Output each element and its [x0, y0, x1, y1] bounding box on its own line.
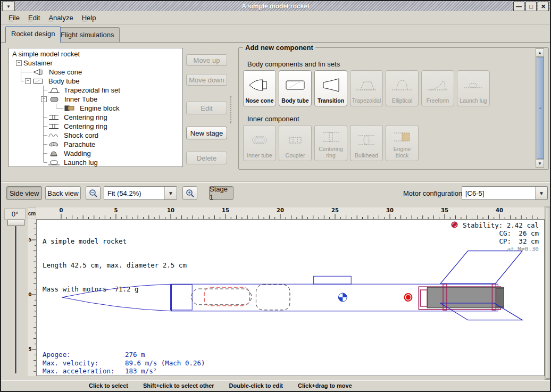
rocket-canvas[interactable]: A simple model rocket Length 42.5 cm, ma…	[36, 219, 545, 376]
rotation-slider-handle[interactable]	[7, 220, 24, 226]
zoom-select[interactable]: Fit (54.2%) ▼	[104, 186, 177, 200]
component-panel-scrollbar[interactable]: ▲ ≡ ▼	[536, 48, 544, 168]
motor-configuration-select[interactable]: [C6-5] ▼	[462, 186, 548, 200]
status-bar: Click to select Shift+click to select ot…	[1, 380, 550, 391]
tree-collapse-toggle[interactable]: −	[16, 60, 22, 66]
nose-cone-icon	[244, 73, 275, 97]
svg-text:10: 10	[167, 207, 174, 213]
motor-nozzle	[496, 288, 504, 307]
add-bulkhead-button[interactable]: Bulkhead	[350, 125, 383, 161]
bulkhead-icon	[351, 128, 382, 152]
edit-button[interactable]: Edit	[186, 102, 227, 114]
svg-text:30: 30	[386, 207, 394, 213]
menu-edit[interactable]: Edit	[24, 12, 44, 23]
scrollbar-thumb[interactable]: ≡	[537, 57, 544, 159]
delete-button[interactable]: Delete	[186, 152, 227, 164]
move-down-button[interactable]: Move down	[186, 74, 227, 86]
tree-item-sustainer[interactable]: − Sustainer	[16, 59, 182, 68]
tab-underline	[1, 42, 550, 43]
add-transition-button[interactable]: Transition	[314, 70, 347, 106]
parachute-icon	[48, 141, 61, 148]
add-component-title: Add new component	[243, 44, 315, 52]
centering-ring-icon	[315, 128, 346, 146]
add-elliptical-fin-button[interactable]: Elliptical	[386, 70, 419, 106]
close-button[interactable]: ✕	[538, 2, 549, 11]
tab-flight-simulations[interactable]: Flight simulations	[55, 27, 120, 43]
tree-item-trapezoidal-fin-set[interactable]: Trapezoidal fin set	[44, 86, 182, 95]
parachute-outline	[204, 287, 249, 306]
chevron-down-icon[interactable]: ▼	[535, 187, 547, 199]
add-centering-ring-button[interactable]: Centering ring	[314, 125, 347, 161]
add-launch-lug-button[interactable]: Launch lug	[457, 70, 490, 106]
maximize-button[interactable]: □	[525, 2, 537, 11]
body-components-label: Body components and fin sets	[247, 60, 340, 68]
tree-collapse-toggle[interactable]: −	[41, 96, 47, 102]
magnifier-minus-icon	[88, 188, 98, 198]
add-component-panel: Add new component Body components and fi…	[238, 47, 549, 170]
trapezoidal-fin-icon	[48, 87, 61, 94]
flight-summary: Apogee:276 m Max. velocity:89.6 m/s (Mac…	[43, 351, 205, 376]
horizontal-ruler: 0510152025303540	[36, 207, 545, 219]
title-bar: ▼ A simple model rocket — □ ✕	[1, 1, 550, 11]
add-freeform-fin-button[interactable]: Freeform	[421, 70, 454, 106]
vertical-ruler: -505	[28, 219, 36, 376]
horizontal-ruler-svg: 0510152025303540	[36, 207, 545, 219]
add-coupler-button[interactable]: Coupler	[279, 125, 312, 161]
tree-item-centering-ring-2[interactable]: Centering ring	[44, 122, 182, 131]
side-view-button[interactable]: Side view	[6, 186, 42, 200]
add-engine-block-button[interactable]: Engine block	[386, 125, 419, 161]
zoom-in-button[interactable]	[182, 186, 197, 200]
back-view-button[interactable]: Back view	[45, 186, 81, 200]
svg-text:25: 25	[331, 207, 339, 213]
tree-item-parachute[interactable]: Parachute	[44, 140, 182, 149]
menu-help[interactable]: Help	[78, 12, 101, 23]
window-title: A simple model rocket	[1, 3, 550, 10]
view-scrollbar[interactable]	[545, 206, 550, 380]
panel-drag-handle[interactable]	[230, 96, 232, 123]
minimize-button[interactable]: —	[513, 2, 524, 11]
tree-item-nose-cone[interactable]: Nose cone	[21, 68, 182, 77]
tree-item-launch-lug[interactable]: Launch lug	[44, 158, 182, 167]
launch-lug-icon	[458, 73, 489, 97]
launch-lug-outline	[314, 276, 352, 284]
cp-marker	[405, 294, 412, 301]
add-trapezoidal-fin-button[interactable]: Trapezoidal	[350, 70, 383, 106]
inner-component-label: Inner component	[247, 115, 299, 123]
tab-rocket-design[interactable]: Rocket design	[5, 26, 61, 43]
inner-tube-icon	[48, 96, 61, 103]
menu-file[interactable]: File	[4, 12, 24, 23]
engine-block-outline	[420, 290, 427, 306]
scroll-up-icon[interactable]: ▲	[536, 49, 544, 57]
status-hint: Double-click to edit	[229, 382, 283, 389]
scroll-down-icon[interactable]: ▼	[536, 159, 544, 167]
tree-item-wadding[interactable]: Wadding	[44, 149, 182, 158]
centering-ring-icon	[48, 114, 61, 121]
add-body-tube-button[interactable]: Body tube	[279, 70, 312, 106]
status-hint: Click to select	[89, 382, 128, 389]
magnifier-plus-icon	[185, 188, 195, 198]
tree-item-centering-ring-1[interactable]: Centering ring	[44, 113, 182, 122]
tree-item-body-tube[interactable]: − Body tube	[21, 77, 182, 86]
body-tube-icon	[280, 73, 311, 97]
stage-1-button[interactable]: Stage 1	[209, 186, 233, 200]
svg-text:5: 5	[114, 207, 118, 213]
menu-analyze[interactable]: Analyze	[44, 12, 77, 23]
engine-block-icon	[64, 105, 77, 112]
zoom-out-button[interactable]	[86, 186, 101, 200]
tree-item-inner-tube[interactable]: − Inner Tube	[41, 95, 182, 104]
fin-top	[440, 251, 522, 284]
svg-text:-5: -5	[28, 237, 32, 243]
move-up-button[interactable]: Move up	[186, 54, 227, 66]
add-inner-tube-button[interactable]: Inner tube	[243, 125, 276, 161]
stability-info: Stability: 2.42 cal CG:26 cm CP:32 cm at…	[451, 221, 539, 253]
svg-text:0: 0	[28, 292, 31, 297]
tree-collapse-toggle[interactable]: −	[25, 78, 31, 84]
tree-item-engine-block[interactable]: Engine block	[56, 104, 182, 113]
elliptical-fin-icon	[387, 73, 418, 97]
tree-item-shock-cord[interactable]: Shock cord	[44, 131, 182, 140]
chevron-down-icon[interactable]: ▼	[164, 187, 177, 199]
tab-bar: Rocket design Flight simulations	[1, 24, 550, 43]
add-nose-cone-button[interactable]: Nose cone	[243, 70, 276, 106]
tree-item-rocket[interactable]: A simple model rocket	[12, 49, 182, 59]
new-stage-button[interactable]: New stage	[186, 127, 227, 139]
